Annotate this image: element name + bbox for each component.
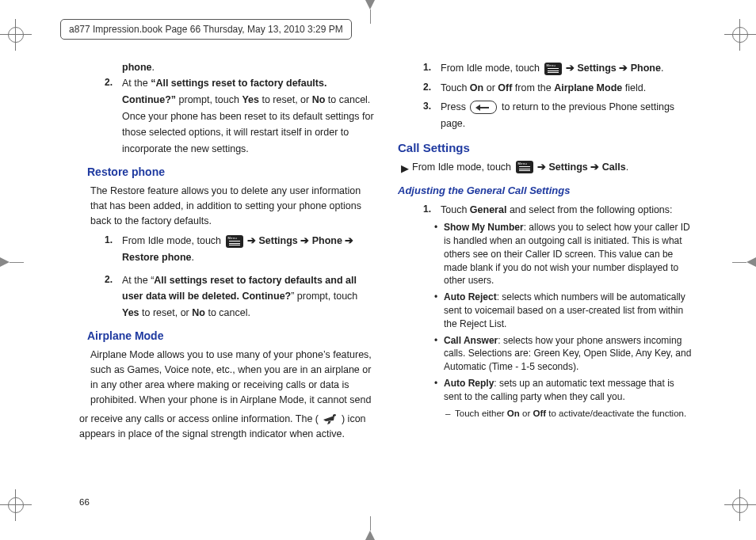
heading-adjusting-general: Adjusting the General Call Settings (398, 183, 693, 199)
step-number: 3. (423, 99, 441, 114)
heading-restore-phone: Restore phone (87, 164, 374, 181)
edge-mark (370, 0, 375, 10)
crop-mark (0, 19, 32, 51)
bullet-auto-reply: • Auto Reply: sets up an automatic text … (434, 377, 693, 404)
triangle-bullet-icon: ▶ (401, 160, 412, 177)
doc-breadcrumb: a877 Impression.book Page 66 Thursday, M… (69, 24, 343, 35)
step-number: 2. (423, 80, 441, 95)
step-body: Touch On or Off from the Airplane Mode f… (441, 80, 693, 97)
crop-mark (724, 19, 756, 51)
airplane-paragraph: Airplane Mode allows you to use many of … (90, 348, 374, 407)
bullet-show-my-number: • Show My Number: allows you to select h… (434, 221, 693, 287)
airplane-paragraph-cont: or receive any calls or access online in… (79, 412, 374, 442)
airplane-icon (322, 413, 338, 426)
heading-call-settings: Call Settings (398, 139, 693, 157)
step-body: From Idle mode, touch ➔ Settings ➔ Phone… (122, 233, 374, 265)
menu-icon (516, 161, 533, 173)
restore-paragraph: The Restore feature allows you to delete… (90, 184, 374, 228)
step-number: 1. (423, 202, 441, 217)
bullet-call-answer: • Call Answer: selects how your phone an… (434, 334, 693, 374)
step-number: 1. (105, 233, 122, 248)
prev-step-tail: phone. (122, 60, 374, 75)
edge-mark (0, 262, 10, 267)
call-settings-lead: ▶ From Idle mode, touch ➔ Settings ➔ Cal… (401, 160, 693, 177)
step-number: 1. (423, 60, 441, 75)
page-number: 66 (79, 497, 90, 507)
sub-bullet-on-off: – Touch either On or Off to activate/dea… (445, 407, 693, 420)
step-body: From Idle mode, touch ➔ Settings ➔ Phone… (441, 60, 693, 77)
menu-icon (226, 235, 243, 248)
crop-mark (0, 489, 32, 521)
step-body: Touch General and select from the follow… (441, 202, 693, 219)
crop-mark (724, 489, 756, 521)
doc-header: a877 Impression.book Page 66 Thursday, M… (60, 19, 352, 40)
step-number: 2. (105, 75, 122, 90)
back-key-icon (470, 101, 497, 114)
bullet-auto-reject: • Auto Reject: selects which numbers wil… (434, 291, 693, 330)
step-number: 2. (105, 272, 122, 287)
step-body: At the “All settings reset to factory de… (122, 272, 374, 321)
step-body: At the “All settings reset to factory de… (122, 75, 374, 157)
heading-airplane-mode: Airplane Mode (87, 328, 374, 345)
menu-icon (544, 63, 562, 75)
step-body: Press to return to the previous Phone se… (441, 99, 693, 131)
